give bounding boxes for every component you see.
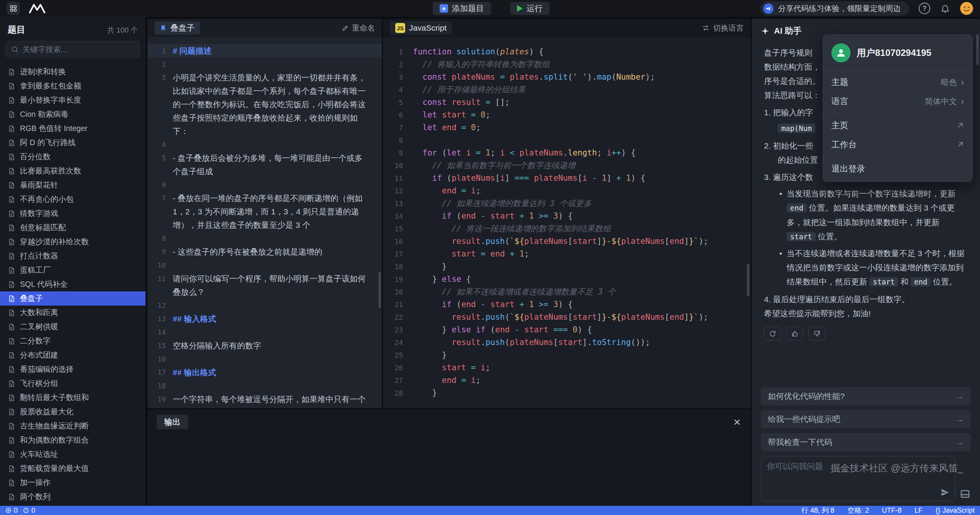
user-avatar[interactable] bbox=[960, 2, 973, 15]
sidebar-item[interactable]: 比赛最高获胜次数 bbox=[0, 164, 146, 178]
sidebar-item[interactable]: 分布式团建 bbox=[0, 348, 146, 362]
sidebar-item[interactable]: 阿 D 的飞行路线 bbox=[0, 136, 146, 150]
document-icon bbox=[8, 479, 15, 487]
sidebar-item[interactable]: 两个数列 bbox=[0, 490, 146, 504]
ai-bullet-item: •当不连续递增或者连续递增数量不足 3 个时，根据情况把当前数字或这一小段连续递… bbox=[764, 246, 970, 289]
code-text: let end = 0; bbox=[413, 121, 481, 134]
panel-dock-icon[interactable] bbox=[959, 488, 971, 500]
sidebar-item[interactable]: 暴雨梨花针 bbox=[0, 178, 146, 192]
sidebar-item-label: 创意标题匹配 bbox=[20, 222, 66, 233]
menu-item-logout[interactable]: 退出登录 bbox=[823, 159, 972, 178]
regenerate-button[interactable] bbox=[764, 327, 781, 340]
run-button[interactable]: 运行 bbox=[510, 2, 550, 15]
code-line: 19 } else { bbox=[383, 273, 751, 286]
ai-suggestion-card[interactable]: 如何优化代码的性能?→ bbox=[761, 387, 971, 405]
ai-question-input[interactable] bbox=[767, 461, 950, 486]
search-box[interactable] bbox=[5, 41, 140, 58]
error-circle-icon bbox=[5, 507, 11, 513]
sidebar-item[interactable]: 最小替换字串长度 bbox=[0, 93, 146, 107]
sidebar-item[interactable]: 打点计数器 bbox=[0, 249, 146, 263]
sidebar-item[interactable]: SQL 代码补全 bbox=[0, 277, 146, 291]
sidebar-item[interactable]: Cion 勒索病毒 bbox=[0, 107, 146, 121]
sidebar-item[interactable]: 创意标题匹配 bbox=[0, 221, 146, 235]
line-number: 17 bbox=[383, 248, 413, 260]
menu-user-row[interactable]: 用户81070294195 bbox=[823, 38, 972, 68]
sidebar-item[interactable]: 不再贪心的小包 bbox=[0, 192, 146, 206]
language-tab[interactable]: JS JavaScript bbox=[390, 21, 452, 34]
notification-bell-icon[interactable] bbox=[940, 3, 950, 13]
code-content[interactable]: 1function solution(plates) {2 // 将输入的字符串… bbox=[383, 37, 751, 408]
language-mode[interactable]: {} JavaScript bbox=[936, 507, 975, 515]
document-icon bbox=[8, 167, 15, 175]
cursor-position[interactable]: 行 48, 列 8 bbox=[802, 506, 834, 515]
editor-scrollbar[interactable] bbox=[747, 264, 749, 296]
sidebar-item[interactable]: 货船载货量的最大值 bbox=[0, 461, 146, 476]
sidebar-item[interactable]: 加一操作 bbox=[0, 476, 146, 490]
app-logo-icon[interactable] bbox=[7, 2, 20, 15]
output-tab[interactable]: 输出 bbox=[157, 415, 188, 429]
sidebar-item[interactable]: 股票收益最大化 bbox=[0, 405, 146, 419]
close-icon[interactable]: × bbox=[733, 416, 741, 428]
problem-content[interactable]: 1# 问题描述23小明是个讲究生活质量的人，家里的一切都井井有条，比如说家中的盘… bbox=[147, 37, 382, 408]
search-input[interactable] bbox=[23, 45, 134, 54]
sidebar-item[interactable]: 大数和距离 bbox=[0, 306, 146, 320]
sidebar-item[interactable]: 翻转后最大子数组和 bbox=[0, 391, 146, 405]
warnings-indicator[interactable]: 0 bbox=[23, 507, 35, 515]
ai-suggestion-card[interactable]: 给我一些代码提示吧→ bbox=[761, 410, 971, 428]
problem-scrollbar[interactable] bbox=[378, 271, 381, 308]
sidebar-item[interactable]: 拿到最多红包金额 bbox=[0, 79, 146, 93]
add-problem-button[interactable]: + 添加题目 bbox=[433, 2, 491, 15]
sidebar-item[interactable]: 和为偶数的数字组合 bbox=[0, 433, 146, 447]
encoding[interactable]: UTF-8 bbox=[882, 507, 901, 515]
document-icon bbox=[8, 224, 15, 232]
thumbs-up-button[interactable] bbox=[786, 327, 803, 340]
promo-banner[interactable]: 分享代码练习体验，领限量定制周边 bbox=[761, 2, 909, 15]
menu-item-workspace[interactable]: 工作台 bbox=[823, 135, 972, 154]
document-icon bbox=[8, 408, 15, 416]
thumbs-down-button[interactable] bbox=[808, 327, 825, 340]
sidebar-item[interactable]: 二叉树供暖 bbox=[0, 320, 146, 334]
send-icon[interactable] bbox=[941, 488, 950, 497]
line-number: 3 bbox=[383, 71, 413, 83]
brand-mountain-logo-icon[interactable] bbox=[28, 3, 46, 14]
arrow-right-icon: → bbox=[955, 437, 964, 447]
sidebar-item[interactable]: 百分位数 bbox=[0, 150, 146, 164]
help-icon[interactable]: ? bbox=[919, 3, 930, 14]
sidebar-item[interactable]: 猜数字游戏 bbox=[0, 206, 146, 221]
rename-button[interactable]: 重命名 bbox=[342, 23, 375, 33]
sidebar-item[interactable]: 叠盘子 bbox=[0, 291, 146, 306]
sidebar-item-label: 两个数列 bbox=[20, 492, 51, 502]
markdown-text: - 叠放在同一堆的盘子的序号都是不间断递增的（例如 1，2，3 为不间断递增，而… bbox=[173, 191, 382, 232]
sidebar-item[interactable]: 蛋糕工厂 bbox=[0, 263, 146, 277]
menu-item-language[interactable]: 语言 简体中文› bbox=[823, 92, 972, 111]
menu-item-theme[interactable]: 主题 暗色› bbox=[823, 73, 972, 92]
sidebar-item[interactable]: 穿越沙漠的补给次数 bbox=[0, 235, 146, 249]
megaphone-icon bbox=[763, 3, 774, 14]
ai-paragraph: 4. 最后处理遍历结束后的最后一组数字。 bbox=[764, 292, 970, 306]
ai-scrollbar[interactable] bbox=[976, 34, 979, 65]
code-text: result.push(plateNums[start].toString())… bbox=[413, 336, 650, 349]
code-line: 27 end = i; bbox=[383, 374, 751, 387]
switch-language-button[interactable]: 切换语言 bbox=[702, 23, 744, 33]
sidebar-item[interactable]: RGB 色值转 Integer bbox=[0, 121, 146, 136]
sidebar-item[interactable]: 飞行棋分组 bbox=[0, 376, 146, 391]
indentation[interactable]: 空格: 2 bbox=[847, 506, 869, 515]
ai-input-box[interactable] bbox=[761, 456, 955, 501]
problem-tab[interactable]: 叠盘子 bbox=[154, 21, 200, 34]
sidebar-item[interactable]: 二分数字 bbox=[0, 334, 146, 348]
sidebar-item[interactable]: 火车站选址 bbox=[0, 447, 146, 461]
code-text: function solution(plates) { bbox=[413, 46, 543, 58]
sidebar-item[interactable]: 进制求和转换 bbox=[0, 65, 146, 79]
menu-item-homepage[interactable]: 主页 bbox=[823, 116, 972, 135]
sidebar-item[interactable]: 番茄编辑的选择 bbox=[0, 362, 146, 376]
bullet-dot: • bbox=[779, 186, 782, 244]
markdown-text: - 这些盘子的序号在被叠放之前就是递增的 bbox=[173, 245, 382, 258]
ai-suggestion-card[interactable]: 帮我检查一下代码→ bbox=[761, 433, 971, 451]
document-icon bbox=[8, 252, 15, 260]
markdown-text: 空格分隔输入所有的数字 bbox=[173, 339, 382, 352]
errors-indicator[interactable]: 0 bbox=[5, 507, 18, 515]
code-text: // 如果当前数字与前一个数字连续递增 bbox=[413, 159, 576, 172]
status-left: 0 0 bbox=[5, 507, 35, 515]
sidebar-item[interactable]: 古生物血缘远近判断 bbox=[0, 419, 146, 433]
eol-type[interactable]: LF bbox=[915, 507, 923, 515]
